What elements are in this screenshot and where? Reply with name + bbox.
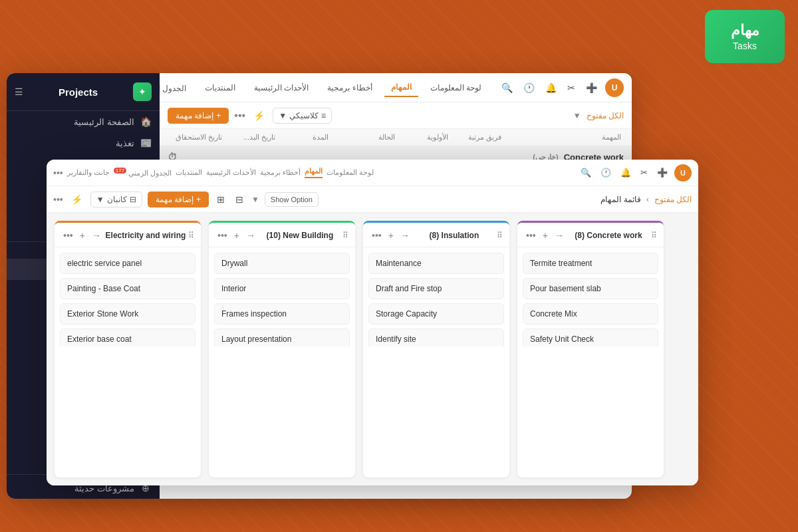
- kanban-user-avatar: U: [674, 164, 692, 182]
- list-item-partial[interactable]: Identify site: [368, 329, 504, 346]
- kanban-add-task-button[interactable]: + إضافة مهمة: [148, 192, 209, 207]
- kanban-col-dots[interactable]: •••: [215, 229, 229, 241]
- view-toggle-button[interactable]: ≡ كلاسيكي ▼: [273, 108, 332, 124]
- kanban-col-title-insulation: (8) Insulation: [430, 231, 479, 240]
- kanban-col-drag-electricity[interactable]: ⠿: [188, 231, 194, 240]
- kanban-add-button[interactable]: ➕: [654, 165, 670, 180]
- list-item[interactable]: Frames inspection: [214, 303, 350, 325]
- list-item[interactable]: Storage Capacity: [368, 303, 504, 325]
- card-text: Maintenance: [376, 259, 422, 268]
- kanban-search-button[interactable]: 🔍: [578, 165, 594, 180]
- kanban-col-expand[interactable]: →: [553, 229, 566, 241]
- kanban-cards-electricity: electric service panel Painting - Base C…: [55, 247, 201, 352]
- kanban-col-drag[interactable]: ⠿: [497, 231, 503, 240]
- kanban-col-dots[interactable]: •••: [370, 229, 384, 241]
- plus-icon: +: [216, 111, 221, 120]
- list-item-partial[interactable]: Safety Unit Check: [523, 329, 658, 346]
- user-avatar: U: [605, 78, 624, 97]
- kanban-col-add[interactable]: +: [78, 229, 87, 241]
- all-open-label[interactable]: الكل مفتوح: [587, 111, 624, 120]
- kanban-nav-tab-gantt[interactable]: الجدول الزمني 177: [114, 168, 172, 178]
- kanban-layout-btn-1[interactable]: ⊟: [233, 192, 246, 207]
- kanban-nav-dots[interactable]: •••: [53, 168, 63, 178]
- nav-tab-events[interactable]: الأحداث الرئيسية: [247, 79, 315, 96]
- list-item[interactable]: Concrete Mix: [523, 303, 658, 325]
- list-item[interactable]: Interior: [214, 278, 350, 299]
- view-label: كلاسيكي: [289, 111, 319, 120]
- top-header: مهام Tasks: [0, 0, 798, 73]
- add-button[interactable]: ➕: [583, 80, 600, 96]
- list-item[interactable]: Exterior Stone Work: [60, 303, 196, 325]
- card-text: electric service panel: [67, 259, 142, 268]
- kanban-col-header-insulation: ••• + → (8) Insulation ⠿: [363, 223, 509, 247]
- list-item-partial[interactable]: Exterior base coat: [60, 329, 196, 346]
- filter-button[interactable]: ⚡: [251, 108, 267, 124]
- kanban-col-expand[interactable]: →: [398, 229, 412, 241]
- nav-tab-forums[interactable]: المنتديات: [198, 79, 242, 96]
- card-text: Concrete Mix: [530, 309, 577, 319]
- kanban-col-add[interactable]: +: [232, 229, 241, 241]
- kanban-view-label: كانبان: [107, 195, 127, 204]
- sidebar-logo: ✦: [133, 82, 152, 101]
- kanban-plus-icon: +: [196, 195, 201, 204]
- list-item[interactable]: Drywall: [214, 253, 350, 274]
- kanban-col-expand[interactable]: →: [244, 229, 257, 241]
- kanban-view-toggle[interactable]: ⊟ كانبان ▼: [90, 192, 142, 207]
- search-button[interactable]: 🔍: [499, 80, 515, 96]
- window-front: U ➕ ✂ 🔔 🕐 🔍 لوحة المعلومات المهام أخطاء …: [47, 160, 698, 485]
- list-item[interactable]: Pour basement slab: [523, 278, 658, 299]
- kanban-filter-button[interactable]: ⚡: [68, 192, 85, 207]
- list-item-partial[interactable]: Layout presentation: [214, 329, 350, 346]
- kanban-col-drag[interactable]: ⠿: [342, 231, 348, 240]
- card-text: Pour basement slab: [530, 284, 601, 293]
- kanban-nav-tab-reports[interactable]: جانت والتقارير: [67, 168, 110, 177]
- kanban-col-dots[interactable]: •••: [61, 229, 75, 241]
- kanban-col-title-electricity: Electricity and wiring: [106, 231, 186, 240]
- card-partial-text: Layout presentation: [221, 334, 291, 344]
- kanban-col-dots[interactable]: •••: [524, 229, 538, 241]
- kanban-nav-tab-forums[interactable]: المنتديات: [176, 168, 202, 177]
- kanban-add-task-label: إضافة مهمة: [156, 195, 194, 204]
- notifications-button[interactable]: 🔔: [543, 80, 559, 96]
- clock-button[interactable]: 🕐: [521, 80, 537, 96]
- list-item[interactable]: electric service panel: [60, 253, 196, 274]
- kanban-nav-tab-info[interactable]: لوحة المعلومات: [327, 168, 374, 177]
- kanban-more-icon[interactable]: •••: [53, 194, 63, 205]
- kanban-notifications-button[interactable]: 🔔: [618, 165, 634, 180]
- list-item[interactable]: Painting - Base Coat: [60, 278, 196, 299]
- add-task-button[interactable]: + إضافة مهمة: [168, 108, 229, 124]
- more-options-icon[interactable]: •••: [234, 110, 245, 122]
- nav-tab-gantt[interactable]: الجدول الزمني 177: [160, 78, 193, 97]
- tools-button[interactable]: ✂: [565, 80, 578, 96]
- kanban-nav-tab-bugs[interactable]: أخطاء برمجية: [260, 168, 301, 177]
- col-due: تاريخ الاستحقاق: [160, 133, 225, 142]
- kanban-nav-tab-tasks[interactable]: المهام: [305, 167, 323, 178]
- kanban-clock-button[interactable]: 🕐: [598, 165, 614, 180]
- kanban-col-drag[interactable]: ⠿: [651, 231, 657, 240]
- kanban-layout-btn-2[interactable]: ⊞: [214, 192, 227, 207]
- card-text: Draft and Fire stop: [376, 284, 442, 293]
- kanban-all-open-label[interactable]: الكل مفتوح: [654, 195, 692, 204]
- list-item[interactable]: Maintenance: [368, 253, 504, 274]
- kanban-col-actions: ••• + →: [61, 229, 103, 241]
- chevron-down-icon[interactable]: ▼: [573, 111, 581, 120]
- nav-tab-tasks[interactable]: المهام: [384, 78, 418, 97]
- list-item[interactable]: Draft and Fire stop: [368, 278, 504, 299]
- show-option-button[interactable]: Show Option: [265, 192, 319, 207]
- kanban-board: ••• + → Electricity and wiring ⠿ electri…: [47, 213, 698, 485]
- kanban-view-icon: ⊟: [130, 195, 136, 204]
- col-team: فريق مرتبة: [451, 133, 504, 142]
- list-item[interactable]: Termite treatment: [523, 253, 658, 274]
- kanban-col-expand[interactable]: →: [90, 229, 103, 241]
- kanban-breadcrumb: قائمة المهام: [600, 195, 640, 204]
- kanban-tools-button[interactable]: ✂: [638, 165, 650, 180]
- kanban-col-add[interactable]: +: [386, 229, 396, 241]
- sidebar-item-home[interactable]: 🏠 الصفحة الرئيسية: [7, 111, 160, 132]
- col-priority: الأولوية: [398, 133, 451, 142]
- sidebar-menu-icon[interactable]: ☰: [15, 86, 23, 97]
- sidebar-item-feed[interactable]: 📰 تغذية: [7, 132, 160, 154]
- nav-tab-info[interactable]: لوحة المعلومات: [424, 79, 488, 96]
- kanban-nav-tab-events[interactable]: الأحداث الرئيسية: [206, 168, 256, 177]
- kanban-col-add[interactable]: +: [541, 229, 550, 241]
- nav-tab-bugs[interactable]: أخطاء برمجية: [321, 79, 378, 96]
